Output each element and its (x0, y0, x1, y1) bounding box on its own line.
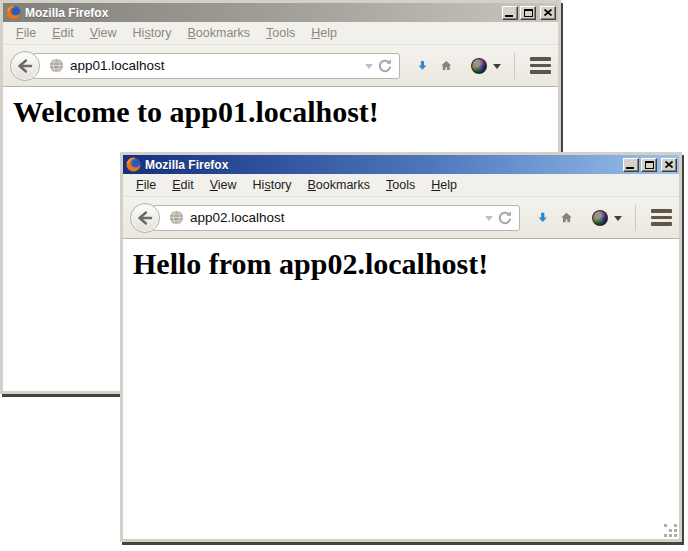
home-icon[interactable] (561, 208, 572, 227)
page-content: Hello from app02.localhost! (123, 239, 679, 539)
menu-item[interactable]: History (125, 23, 180, 43)
menu-item[interactable]: File (128, 175, 164, 195)
window-controls (502, 6, 556, 20)
download-arrow-icon[interactable] (418, 56, 427, 75)
back-arrow-icon (15, 56, 35, 76)
url-bar[interactable]: app01.localhost (32, 53, 400, 79)
maximize-icon (645, 161, 654, 169)
back-arrow-icon (135, 208, 155, 228)
menu-item[interactable]: Help (303, 23, 345, 43)
desktop: Mozilla Firefox File Edit View History B… (0, 0, 688, 551)
maximize-button[interactable] (641, 158, 657, 172)
colorzilla-dropdown-icon (614, 216, 622, 225)
window-controls (623, 158, 677, 172)
page-heading: Welcome to app01.localhost! (13, 95, 558, 129)
colorzilla-icon (471, 58, 487, 74)
menu-item[interactable]: Bookmarks (300, 175, 379, 195)
menu-item[interactable]: Edit (164, 175, 202, 195)
url-bar[interactable]: app02.localhost (152, 205, 520, 231)
window-title: Mozilla Firefox (25, 7, 498, 19)
menu-item[interactable]: Bookmarks (180, 23, 259, 43)
firefox-logo-icon (126, 157, 141, 172)
toolbar-separator (514, 53, 515, 79)
menu-item[interactable]: Tools (258, 23, 303, 43)
navigation-toolbar: app02.localhost (123, 197, 679, 239)
menu-item[interactable]: View (202, 175, 245, 195)
close-icon (544, 9, 552, 16)
menu-item[interactable]: History (245, 175, 300, 195)
menu-button[interactable] (649, 207, 674, 228)
menubar: File Edit View History Bookmarks Tools H… (3, 22, 558, 45)
menu-item[interactable]: Tools (378, 175, 423, 195)
menu-item[interactable]: Edit (44, 23, 82, 43)
close-icon (665, 161, 673, 168)
back-button[interactable] (130, 203, 160, 233)
window-title: Mozilla Firefox (145, 159, 619, 171)
close-button[interactable] (661, 158, 677, 172)
minimize-button[interactable] (623, 158, 639, 172)
menu-item[interactable]: Help (423, 175, 465, 195)
menu-item[interactable]: File (8, 23, 44, 43)
minimize-icon (626, 167, 634, 169)
firefox-logo-icon (6, 5, 21, 20)
urlbar-dropdown-icon[interactable] (485, 216, 493, 225)
colorzilla-button[interactable] (471, 58, 501, 74)
colorzilla-button[interactable] (592, 210, 622, 226)
menu-item[interactable]: View (82, 23, 125, 43)
urlbar-dropdown-icon[interactable] (365, 64, 373, 73)
firefox-window-app02: Mozilla Firefox File Edit View History B… (120, 152, 682, 542)
minimize-icon (505, 15, 513, 17)
download-arrow-icon[interactable] (538, 208, 547, 227)
colorzilla-icon (592, 210, 608, 226)
menubar: File Edit View History Bookmarks Tools H… (123, 174, 679, 197)
site-globe-icon[interactable] (169, 210, 184, 225)
titlebar[interactable]: Mozilla Firefox (123, 155, 679, 174)
maximize-button[interactable] (520, 6, 536, 20)
hamburger-menu-icon (530, 57, 551, 61)
navigation-toolbar: app01.localhost (3, 45, 558, 87)
close-button[interactable] (540, 6, 556, 20)
hamburger-menu-icon (651, 209, 672, 213)
titlebar[interactable]: Mozilla Firefox (3, 3, 558, 22)
maximize-icon (524, 9, 533, 17)
colorzilla-dropdown-icon (493, 64, 501, 73)
page-heading: Hello from app02.localhost! (133, 247, 679, 281)
reload-icon[interactable] (377, 58, 393, 74)
reload-icon[interactable] (497, 210, 513, 226)
url-text[interactable]: app01.localhost (64, 58, 365, 73)
url-text[interactable]: app02.localhost (184, 210, 485, 225)
toolbar-separator (635, 205, 636, 231)
minimize-button[interactable] (502, 6, 518, 20)
home-icon[interactable] (441, 56, 452, 75)
menu-button[interactable] (528, 55, 553, 76)
site-globe-icon[interactable] (49, 58, 64, 73)
resize-grip[interactable] (664, 524, 677, 537)
back-button[interactable] (10, 51, 40, 81)
